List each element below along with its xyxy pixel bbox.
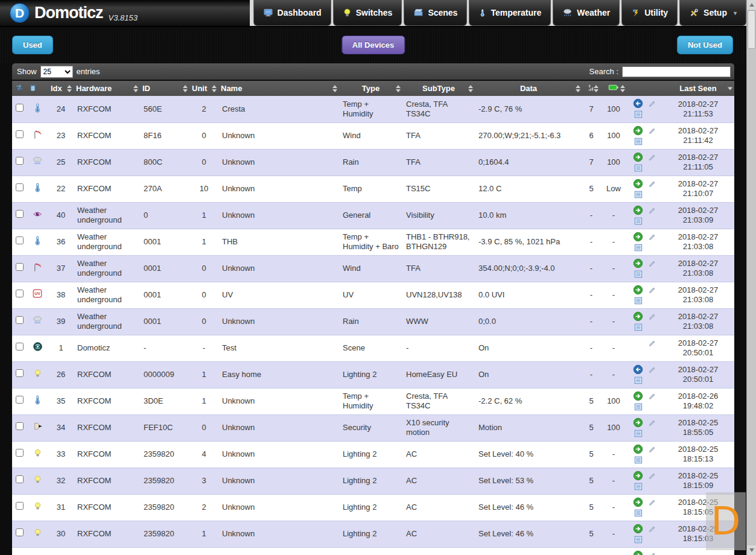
- rename-button[interactable]: [647, 417, 658, 428]
- log-button[interactable]: [633, 534, 644, 545]
- scrollbar-thumb[interactable]: [748, 10, 755, 49]
- row-checkbox[interactable]: [16, 475, 24, 483]
- logo[interactable]: D Domoticz V3.8153: [0, 0, 250, 26]
- rename-button[interactable]: [647, 338, 658, 348]
- nav-item-temperature[interactable]: Temperature: [469, 0, 551, 26]
- nav-item-dashboard[interactable]: Dashboard: [253, 0, 331, 26]
- set-used-toggle-button[interactable]: [633, 471, 644, 481]
- nav-item-setup[interactable]: Setup ▾: [679, 0, 746, 26]
- rename-button[interactable]: [647, 444, 658, 454]
- row-checkbox[interactable]: [16, 528, 24, 536]
- row-checkbox[interactable]: [16, 343, 24, 350]
- rename-button[interactable]: [647, 258, 658, 268]
- nav-item-scenes[interactable]: Scenes: [404, 0, 467, 26]
- used-filter-button[interactable]: Used: [12, 36, 53, 54]
- set-used-toggle-button[interactable]: [633, 417, 644, 428]
- rename-button[interactable]: [647, 524, 658, 534]
- header-type[interactable]: Type: [339, 81, 402, 96]
- row-checkbox[interactable]: [16, 104, 24, 112]
- log-button[interactable]: [633, 189, 644, 200]
- row-checkbox[interactable]: [16, 316, 24, 324]
- header-idx[interactable]: Idx: [48, 81, 74, 96]
- set-used-toggle-button[interactable]: [633, 391, 644, 401]
- log-button[interactable]: [633, 269, 644, 279]
- set-used-toggle-button[interactable]: [633, 232, 644, 242]
- header-unit[interactable]: Unit: [189, 81, 218, 96]
- rename-button[interactable]: [647, 550, 658, 555]
- header-data[interactable]: Data: [475, 81, 582, 96]
- header-last-seen[interactable]: Last Seen: [662, 81, 734, 96]
- cell-unit: 0: [189, 255, 218, 282]
- set-used-toggle-button[interactable]: [633, 179, 644, 189]
- rename-button[interactable]: [647, 497, 658, 507]
- header-delete[interactable]: [27, 81, 48, 96]
- rename-button[interactable]: [647, 285, 658, 295]
- log-button[interactable]: [633, 296, 644, 306]
- nav-item-weather[interactable]: Weather: [553, 0, 620, 26]
- rename-button[interactable]: [647, 152, 658, 162]
- header-signal[interactable]: [582, 81, 600, 96]
- set-used-toggle-button[interactable]: [633, 311, 644, 322]
- log-button[interactable]: [633, 136, 644, 147]
- row-checkbox[interactable]: [16, 449, 24, 457]
- row-checkbox[interactable]: [16, 130, 24, 138]
- row-checkbox[interactable]: [16, 290, 24, 297]
- log-button[interactable]: [633, 163, 644, 173]
- log-button[interactable]: [633, 481, 644, 492]
- header-hardware[interactable]: Hardware: [74, 81, 140, 96]
- set-used-toggle-button[interactable]: [633, 524, 644, 534]
- set-used-toggle-button[interactable]: [633, 497, 644, 507]
- scroll-up-button[interactable]: [747, 0, 756, 10]
- set-used-toggle-button[interactable]: [633, 125, 644, 136]
- set-used-toggle-button[interactable]: [633, 550, 644, 555]
- set-used-toggle-button[interactable]: [633, 258, 644, 268]
- header-id[interactable]: ID: [140, 81, 189, 96]
- rename-button[interactable]: [647, 98, 658, 109]
- log-button[interactable]: [633, 402, 644, 412]
- not-used-filter-button[interactable]: Not Used: [677, 36, 733, 54]
- row-checkbox[interactable]: [16, 422, 24, 430]
- nav-item-switches[interactable]: Switches: [333, 0, 402, 26]
- row-checkbox[interactable]: [16, 369, 24, 377]
- rename-button[interactable]: [647, 125, 658, 136]
- set-used-toggle-button[interactable]: [633, 444, 644, 454]
- log-button[interactable]: [633, 216, 644, 226]
- row-checkbox[interactable]: [16, 210, 24, 218]
- log-button[interactable]: [633, 243, 644, 253]
- row-checkbox[interactable]: [16, 183, 24, 191]
- row-checkbox[interactable]: [16, 502, 24, 510]
- log-button[interactable]: [633, 375, 644, 385]
- set-used-toggle-button[interactable]: [633, 98, 644, 109]
- set-used-toggle-button[interactable]: [633, 205, 644, 215]
- page-size-select[interactable]: 25: [40, 66, 73, 78]
- rename-button[interactable]: [647, 391, 658, 401]
- header-battery[interactable]: [600, 81, 627, 96]
- rename-button[interactable]: [647, 364, 658, 375]
- row-checkbox[interactable]: [16, 396, 24, 404]
- row-checkbox[interactable]: [16, 263, 24, 271]
- header-subtype[interactable]: SubType: [402, 81, 475, 96]
- log-button[interactable]: [633, 109, 644, 119]
- nav-item-utility[interactable]: Utility: [621, 0, 678, 26]
- set-used-toggle-button[interactable]: [633, 364, 644, 375]
- row-checkbox[interactable]: [16, 236, 24, 244]
- rename-button[interactable]: [647, 179, 658, 189]
- all-devices-filter-button[interactable]: All Devices: [341, 36, 405, 54]
- vertical-scrollbar[interactable]: [746, 0, 756, 555]
- search-input[interactable]: [622, 66, 731, 77]
- set-used-toggle-button[interactable]: [633, 285, 644, 295]
- set-used-toggle-button[interactable]: [633, 152, 644, 162]
- log-button[interactable]: [633, 455, 644, 465]
- rename-button[interactable]: [647, 232, 658, 242]
- log-button[interactable]: [633, 428, 644, 439]
- cell-actions: [627, 388, 662, 414]
- row-checkbox[interactable]: [16, 157, 24, 165]
- scroll-down-button[interactable]: [747, 545, 756, 555]
- rename-button[interactable]: [647, 471, 658, 481]
- cell-unit: 10: [189, 176, 218, 202]
- log-button[interactable]: [633, 508, 644, 518]
- header-name[interactable]: Name: [218, 81, 339, 96]
- rename-button[interactable]: [647, 311, 658, 322]
- rename-button[interactable]: [647, 205, 658, 215]
- log-button[interactable]: [633, 322, 644, 332]
